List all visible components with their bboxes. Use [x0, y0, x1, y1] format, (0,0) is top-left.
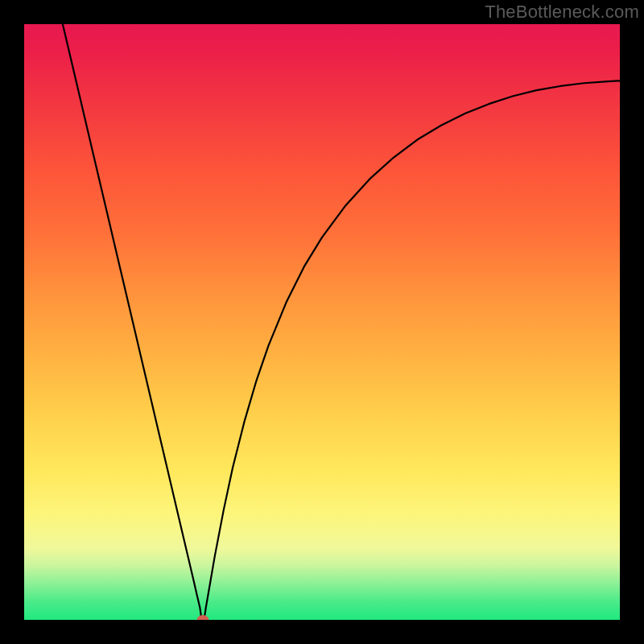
watermark-text: TheBottleneck.com [485, 2, 639, 23]
plot-area [24, 24, 620, 620]
gradient-background [24, 24, 620, 620]
chart-container: TheBottleneck.com [0, 0, 644, 644]
chart-svg [24, 24, 620, 620]
